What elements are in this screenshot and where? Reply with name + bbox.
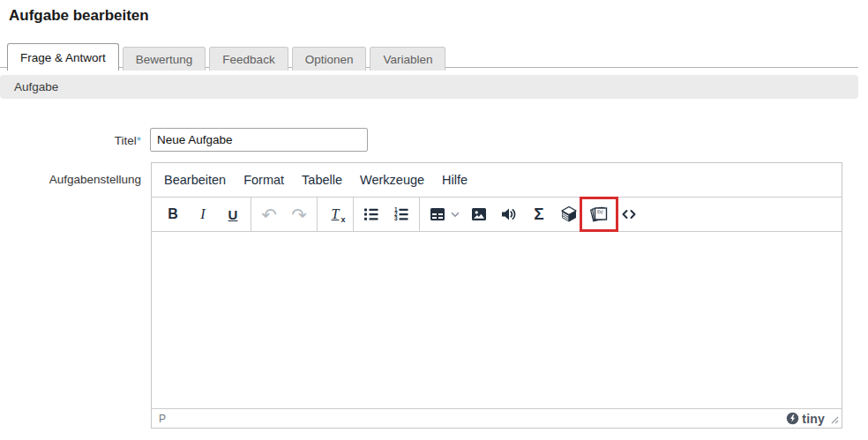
tinymce-brand-link[interactable]: tiny <box>786 412 825 426</box>
formula-button[interactable]: Σ <box>524 199 554 229</box>
toolbar-group-clear: Tx <box>318 198 354 231</box>
menu-bearbeiten[interactable]: Bearbeiten <box>158 168 232 191</box>
bold-button[interactable]: B <box>158 199 188 229</box>
toolbar-group-history: ↶ ↷ <box>251 198 318 231</box>
bullet-list-icon <box>361 204 382 225</box>
tab-bewertung[interactable]: Bewertung <box>123 47 206 71</box>
clear-formatting-button[interactable]: Tx <box>320 199 350 229</box>
svg-text:3: 3 <box>394 215 398 221</box>
editor-statusbar: P tiny <box>152 408 842 428</box>
fx-cards-icon: f(x) <box>588 204 610 225</box>
redo-icon: ↷ <box>291 205 307 224</box>
audio-button[interactable] <box>494 199 524 229</box>
underline-icon: U <box>228 207 238 222</box>
tab-feedback[interactable]: Feedback <box>209 47 288 71</box>
chevron-down-icon <box>451 212 460 218</box>
editor-toolbar: B I U ↶ ↷ Tx 1 2 3 <box>152 197 842 232</box>
svg-text:f(x): f(x) <box>597 210 603 214</box>
editor-content-area[interactable] <box>152 232 842 408</box>
tab-frage-antwort[interactable]: Frage & Antwort <box>7 43 119 71</box>
element-path[interactable]: P <box>159 413 166 425</box>
table-icon <box>427 204 448 225</box>
numbered-list-icon: 1 2 3 <box>391 204 412 225</box>
stack-cube-icon <box>558 204 580 225</box>
numbered-list-button[interactable]: 1 2 3 <box>386 199 416 229</box>
table-button[interactable] <box>423 199 464 229</box>
undo-icon: ↶ <box>261 205 277 224</box>
source-code-button[interactable] <box>614 199 644 229</box>
required-marker: * <box>137 134 141 147</box>
editor-menubar: Bearbeiten Format Tabelle Werkzeuge Hilf… <box>152 163 842 197</box>
toolbar-group-insert: Σ f(x) <box>420 198 647 231</box>
menu-tabelle[interactable]: Tabelle <box>296 168 348 191</box>
stem-field-label: Aufgabenstellung <box>0 173 141 186</box>
tinymce-brand-text: tiny <box>802 412 825 426</box>
stack-button[interactable] <box>554 199 584 229</box>
section-header-aufgabe: Aufgabe <box>0 75 858 99</box>
audio-icon <box>498 204 520 225</box>
italic-button[interactable]: I <box>188 199 218 229</box>
title-label-text: Titel <box>115 134 137 147</box>
page-title: Aufgabe bearbeiten <box>9 7 149 25</box>
title-input[interactable] <box>150 128 368 152</box>
source-code-icon <box>618 204 640 225</box>
rich-text-editor: Bearbeiten Format Tabelle Werkzeuge Hilf… <box>151 162 842 429</box>
title-field-label: Titel* <box>0 134 141 147</box>
tinymce-logo-icon <box>786 412 799 425</box>
tabbar: Frage & Antwort Bewertung Feedback Optio… <box>7 43 445 71</box>
menu-format[interactable]: Format <box>237 168 290 191</box>
toolbar-group-lists: 1 2 3 <box>354 198 420 231</box>
resize-handle[interactable] <box>828 414 839 424</box>
image-icon <box>468 204 490 225</box>
bullet-list-button[interactable] <box>356 199 386 229</box>
undo-button[interactable]: ↶ <box>254 199 284 229</box>
tab-variablen[interactable]: Variablen <box>370 47 445 71</box>
clear-formatting-icon: Tx <box>332 206 340 222</box>
menu-hilfe[interactable]: Hilfe <box>436 168 474 191</box>
bold-icon: B <box>168 206 178 222</box>
tab-optionen[interactable]: Optionen <box>292 47 367 71</box>
fx-cards-button[interactable]: f(x) <box>584 199 614 229</box>
redo-button[interactable]: ↷ <box>284 199 314 229</box>
italic-icon: I <box>200 206 205 222</box>
underline-button[interactable]: U <box>218 199 248 229</box>
toolbar-group-format: B I U <box>155 198 251 231</box>
formula-sigma-icon: Σ <box>534 205 543 224</box>
image-button[interactable] <box>464 199 494 229</box>
menu-werkzeuge[interactable]: Werkzeuge <box>354 168 430 191</box>
